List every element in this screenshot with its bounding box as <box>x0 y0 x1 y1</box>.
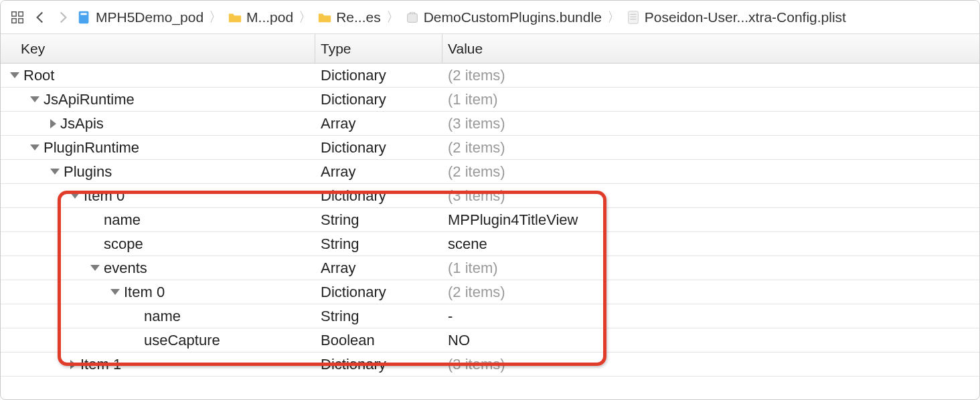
breadcrumb-label: MPH5Demo_pod <box>96 9 203 25</box>
svg-rect-0 <box>12 11 16 15</box>
nav-forward-button[interactable] <box>53 7 73 27</box>
row-type[interactable]: Array <box>315 260 442 277</box>
breadcrumb[interactable]: M...pod <box>226 9 295 25</box>
nav-back-button[interactable] <box>30 7 50 27</box>
breadcrumb-label: Poseidon-User...xtra-Config.plist <box>645 9 846 25</box>
table-row[interactable]: RootDictionary(2 items) <box>1 64 979 88</box>
svg-rect-2 <box>12 18 16 22</box>
disclosure-spacer <box>131 336 140 345</box>
table-row[interactable]: PluginsArray(2 items) <box>1 160 979 184</box>
svg-rect-1 <box>19 11 23 15</box>
row-type[interactable]: Array <box>315 163 442 181</box>
row-key[interactable]: Plugins <box>64 163 112 181</box>
table-row[interactable]: eventsArray(1 item) <box>1 256 979 280</box>
table-row[interactable]: JsApiRuntimeDictionary(1 item) <box>1 88 979 112</box>
table-row[interactable]: PluginRuntimeDictionary(2 items) <box>1 136 979 160</box>
row-value: (2 items) <box>442 284 979 301</box>
disclosure-triangle-icon[interactable] <box>110 289 120 295</box>
breadcrumb[interactable]: DemoCustomPlugins.bundle <box>404 9 603 25</box>
row-type[interactable]: Dictionary <box>315 284 442 301</box>
disclosure-spacer <box>90 239 100 249</box>
folder-icon <box>317 10 332 25</box>
disclosure-spacer <box>131 312 140 321</box>
row-value: (2 items) <box>442 139 979 157</box>
row-key[interactable]: JsApis <box>60 115 104 132</box>
svg-rect-7 <box>628 11 638 23</box>
table-row[interactable]: nameStringMPPlugin4TitleView <box>1 208 979 232</box>
row-type[interactable]: String <box>315 211 442 229</box>
column-header-key[interactable]: Key <box>1 34 315 63</box>
table-row[interactable]: Item 0Dictionary(3 items) <box>1 184 979 208</box>
bundle-icon <box>405 10 420 25</box>
row-value: (3 items) <box>442 115 979 132</box>
breadcrumb[interactable]: MPH5Demo_pod <box>76 9 205 25</box>
plist-file-icon <box>626 10 641 25</box>
row-value: (2 items) <box>442 163 979 181</box>
row-type[interactable]: Dictionary <box>315 67 442 84</box>
project-icon <box>77 10 92 25</box>
disclosure-triangle-icon[interactable] <box>10 72 19 78</box>
disclosure-triangle-icon[interactable] <box>90 265 100 271</box>
breadcrumb-label: DemoCustomPlugins.bundle <box>424 9 602 25</box>
row-key[interactable]: scope <box>104 235 143 253</box>
folder-icon <box>228 10 242 25</box>
row-key[interactable]: name <box>104 211 141 229</box>
chevron-right-icon: 〉 <box>385 8 401 26</box>
table-row[interactable]: useCaptureBooleanNO <box>1 328 979 353</box>
row-value: (2 items) <box>442 67 979 84</box>
disclosure-triangle-icon[interactable] <box>50 119 56 128</box>
disclosure-triangle-icon[interactable] <box>70 360 76 369</box>
row-value[interactable]: NO <box>442 332 979 349</box>
related-items-icon[interactable] <box>7 7 27 27</box>
row-type[interactable]: String <box>315 308 442 325</box>
row-key[interactable]: Item 0 <box>84 187 125 205</box>
row-type[interactable]: Dictionary <box>315 356 442 373</box>
plist-rows: RootDictionary(2 items)JsApiRuntimeDicti… <box>1 64 979 377</box>
breadcrumb-label: M...pod <box>246 9 293 25</box>
table-row[interactable]: Item 0Dictionary(2 items) <box>1 280 979 304</box>
row-type[interactable]: String <box>315 235 442 253</box>
table-row[interactable]: nameString- <box>1 304 979 328</box>
row-key[interactable]: Root <box>23 67 54 84</box>
row-value: (1 item) <box>442 260 979 277</box>
column-header-type[interactable]: Type <box>315 34 442 63</box>
svg-rect-5 <box>81 13 87 15</box>
plist-editor-window: MPH5Demo_pod 〉 M...pod 〉 Re...es 〉 DemoC… <box>0 0 980 400</box>
row-key[interactable]: name <box>144 308 181 325</box>
chevron-right-icon: 〉 <box>297 8 313 26</box>
column-header-value[interactable]: Value <box>442 34 979 63</box>
table-row[interactable]: scopeStringscene <box>1 232 979 256</box>
disclosure-triangle-icon[interactable] <box>30 144 39 151</box>
disclosure-triangle-icon[interactable] <box>30 96 39 102</box>
breadcrumb[interactable]: Poseidon-User...xtra-Config.plist <box>625 9 847 25</box>
chevron-right-icon: 〉 <box>606 8 622 26</box>
row-key[interactable]: useCapture <box>144 332 220 349</box>
row-key[interactable]: PluginRuntime <box>44 139 139 157</box>
svg-rect-3 <box>19 18 23 22</box>
chevron-right-icon: 〉 <box>208 8 224 26</box>
breadcrumb[interactable]: Re...es <box>316 9 382 25</box>
column-header: Key Type Value <box>1 34 979 64</box>
path-bar: MPH5Demo_pod 〉 M...pod 〉 Re...es 〉 DemoC… <box>1 1 979 34</box>
disclosure-spacer <box>90 215 100 225</box>
row-key[interactable]: events <box>104 260 147 277</box>
breadcrumb-label: Re...es <box>336 9 381 25</box>
row-key[interactable]: Item 0 <box>124 284 165 301</box>
disclosure-triangle-icon[interactable] <box>70 193 80 199</box>
row-key[interactable]: JsApiRuntime <box>44 91 135 108</box>
row-type[interactable]: Dictionary <box>315 139 442 157</box>
svg-rect-6 <box>407 13 417 22</box>
row-type[interactable]: Array <box>315 115 442 132</box>
row-value[interactable]: scene <box>442 235 979 253</box>
row-value: (3 items) <box>442 356 979 373</box>
row-value[interactable]: MPPlugin4TitleView <box>442 211 979 229</box>
table-row[interactable]: Item 1Dictionary(3 items) <box>1 353 979 377</box>
table-row[interactable]: JsApisArray(3 items) <box>1 112 979 136</box>
row-value: (3 items) <box>442 187 979 205</box>
row-value[interactable]: - <box>442 308 979 325</box>
disclosure-triangle-icon[interactable] <box>50 169 60 175</box>
row-type[interactable]: Boolean <box>315 332 442 349</box>
row-key[interactable]: Item 1 <box>80 356 121 373</box>
row-type[interactable]: Dictionary <box>315 187 442 205</box>
row-type[interactable]: Dictionary <box>315 91 442 108</box>
